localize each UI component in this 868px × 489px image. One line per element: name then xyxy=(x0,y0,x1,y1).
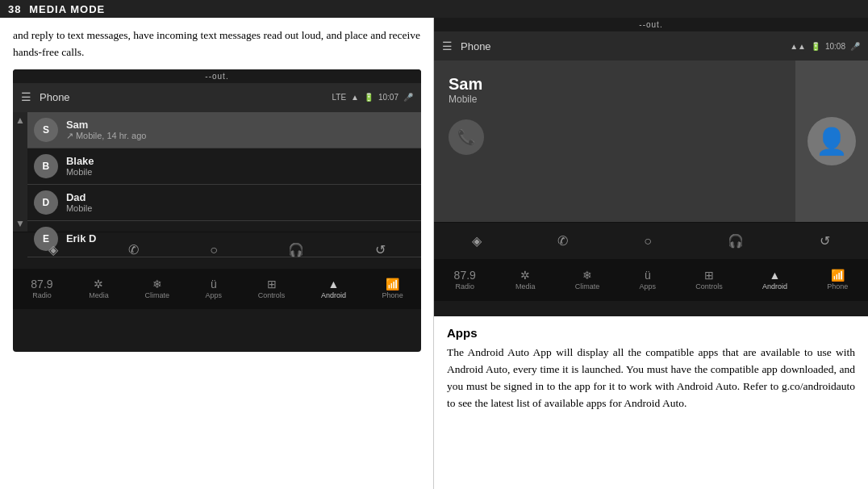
right-media-sym: ✲ xyxy=(520,270,530,281)
media-label: Media xyxy=(89,291,109,299)
contact-avatar-s: S xyxy=(34,118,58,142)
right-mini-phone[interactable]: 📶 Phone xyxy=(827,270,848,290)
contact-item-sam[interactable]: S Sam ↗ Mobile, 14 hr. ago xyxy=(27,112,421,148)
scroll-up-icon[interactable]: ▲ xyxy=(15,115,25,125)
right-climate-label: Climate xyxy=(575,282,600,290)
contact-info-erik: Erik D xyxy=(66,232,97,245)
right-nav-back[interactable]: ↺ xyxy=(820,235,830,248)
scroll-down-icon[interactable]: ▼ xyxy=(15,219,25,228)
page-number: 38 xyxy=(8,3,21,15)
right-phone-ui: --out. ☰ Phone ▲▲ 🔋 10:08 🎤 Sam Mobile 📞 xyxy=(434,18,868,316)
nav-icon-phone[interactable]: ✆ xyxy=(128,244,139,257)
right-android-label: Android xyxy=(762,282,787,290)
left-topbar: --out. xyxy=(13,69,421,83)
nav-icon-home[interactable]: ○ xyxy=(210,244,218,257)
right-mini-climate[interactable]: ❄ Climate xyxy=(575,270,600,290)
mic-icon: 🎤 xyxy=(403,93,413,102)
right-nav-phone[interactable]: ✆ xyxy=(557,235,568,248)
android-label: Android xyxy=(321,291,346,299)
right-phone-icon: ✆ xyxy=(557,235,568,248)
nav-diamond-icon: ◈ xyxy=(48,244,58,257)
page-title: MEDIA MODE xyxy=(29,3,105,15)
contact-info-blake: Blake Mobile xyxy=(66,155,94,177)
call-main-panel: Sam Mobile 📞 xyxy=(434,61,795,222)
contact-name-dad: Dad xyxy=(66,191,92,203)
mini-apps[interactable]: ü Apps xyxy=(206,278,223,299)
right-hamburger-icon[interactable]: ☰ xyxy=(442,40,453,53)
climate-label: Climate xyxy=(144,291,169,299)
contact-avatar-b: B xyxy=(34,154,58,178)
end-call-button[interactable]: 📞 xyxy=(449,119,484,155)
mini-radio[interactable]: 87.9 Radio xyxy=(31,278,52,299)
scroll-arrows: ▲ ▼ xyxy=(13,112,27,232)
mini-media[interactable]: ✲ Media xyxy=(89,278,109,299)
left-phone-ui: --out. ☰ Phone LTE ▲ 🔋 10:07 🎤 ▲ ▼ xyxy=(13,69,421,352)
contacts-list: S Sam ↗ Mobile, 14 hr. ago B Blake Mobil… xyxy=(27,112,421,232)
right-nav-bar: ☰ Phone ▲▲ 🔋 10:08 🎤 xyxy=(434,31,868,61)
right-mini-apps[interactable]: ü Apps xyxy=(640,270,657,290)
nav-icon-audio[interactable]: 🎧 xyxy=(288,244,304,257)
right-mini-android[interactable]: ▲ Android xyxy=(762,270,787,290)
contact-sub-blake: Mobile xyxy=(66,167,94,177)
left-mini-bar: 87.9 Radio ✲ Media ❄ Climate ü Apps ⊞ xyxy=(13,269,421,309)
contact-item-erik[interactable]: E Erik D xyxy=(27,221,421,257)
right-phone-mini-label: Phone xyxy=(827,282,848,290)
apps-body-text: The Android Auto App will display all th… xyxy=(447,345,855,412)
right-mini-radio[interactable]: 87.9 Radio xyxy=(454,270,476,290)
right-column: --out. ☰ Phone ▲▲ 🔋 10:08 🎤 Sam Mobile 📞 xyxy=(434,18,868,489)
right-battery-icon: 🔋 xyxy=(811,42,820,51)
contact-name-erik: Erik D xyxy=(66,232,97,245)
content-area: and reply to text messages, have incomin… xyxy=(0,18,868,489)
media-sym: ✲ xyxy=(94,278,103,290)
contact-info-sam: Sam ↗ Mobile, 14 hr. ago xyxy=(66,119,147,141)
right-nav-diamond[interactable]: ◈ xyxy=(472,235,482,248)
mini-android[interactable]: ▲ Android xyxy=(321,278,346,299)
right-radio-sym: 87.9 xyxy=(454,270,476,281)
time-display: 10:07 xyxy=(378,93,399,102)
hamburger-icon[interactable]: ☰ xyxy=(21,90,31,104)
battery-icon: 🔋 xyxy=(364,93,373,102)
home-circle-icon: ○ xyxy=(210,244,218,257)
phone-icon: ✆ xyxy=(128,244,139,257)
right-home-icon: ○ xyxy=(644,235,652,248)
intro-text: and reply to text messages, have incomin… xyxy=(13,27,420,61)
right-bottom-bar: ◈ ✆ ○ 🎧 ↺ xyxy=(434,222,868,259)
contact-info-dad: Dad Mobile xyxy=(66,191,92,213)
controls-sym: ⊞ xyxy=(267,278,277,290)
right-nav-right: ▲▲ 🔋 10:08 🎤 xyxy=(790,42,860,51)
caller-sub: Mobile xyxy=(449,94,781,105)
apps-heading: Apps xyxy=(447,326,855,340)
contact-sub-sam: ↗ Mobile, 14 hr. ago xyxy=(66,131,147,141)
right-mini-controls[interactable]: ⊞ Controls xyxy=(695,270,723,290)
mini-phone[interactable]: 📶 Phone xyxy=(382,278,403,299)
contact-item-blake[interactable]: B Blake Mobile xyxy=(27,148,421,185)
nav-icon-nav[interactable]: ◈ xyxy=(48,244,58,257)
call-area: Sam Mobile 📞 👤 xyxy=(434,61,868,222)
phone-mini-label: Phone xyxy=(382,291,403,299)
right-contact-avatar: 👤 xyxy=(795,61,868,222)
right-text-area: Apps The Android Auto App will display a… xyxy=(434,316,868,422)
right-nav-home[interactable]: ○ xyxy=(644,235,652,248)
right-controls-sym: ⊞ xyxy=(704,270,714,281)
mini-controls[interactable]: ⊞ Controls xyxy=(258,278,286,299)
radio-sym: 87.9 xyxy=(31,278,52,290)
left-column: and reply to text messages, have incomin… xyxy=(0,18,434,489)
phone-mini-sym: 📶 xyxy=(386,278,399,290)
left-nav-right: LTE ▲ 🔋 10:07 🎤 xyxy=(332,93,413,102)
nav-icon-back[interactable]: ↺ xyxy=(375,244,386,257)
right-mini-media[interactable]: ✲ Media xyxy=(515,270,536,290)
right-signal-icon: ▲▲ xyxy=(790,42,806,51)
right-apps-label: Apps xyxy=(640,282,657,290)
apps-label: Apps xyxy=(206,291,223,299)
right-climate-sym: ❄ xyxy=(582,270,592,281)
climate-sym: ❄ xyxy=(152,278,162,290)
page-header: 38 MEDIA MODE xyxy=(0,0,868,18)
contact-avatar-d: D xyxy=(34,190,58,215)
contact-item-dad[interactable]: D Dad Mobile xyxy=(27,185,421,221)
end-call-icon: 📞 xyxy=(457,128,475,146)
mini-climate[interactable]: ❄ Climate xyxy=(144,278,169,299)
left-nav-bar: ☰ Phone LTE ▲ 🔋 10:07 🎤 xyxy=(13,83,421,112)
contact-name-sam: Sam xyxy=(66,119,147,131)
right-nav-audio[interactable]: 🎧 xyxy=(728,235,744,248)
lte-indicator: LTE xyxy=(332,93,346,102)
